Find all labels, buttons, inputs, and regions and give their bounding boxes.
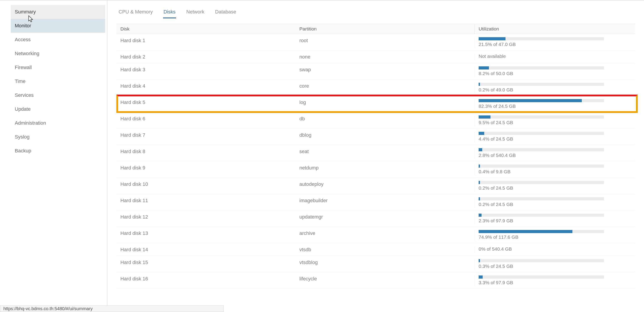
partition-name: none [295,54,474,61]
utilization-bar-fill [479,230,572,233]
sidebar-item-syslog[interactable]: Syslog [11,130,105,144]
column-header-partition[interactable]: Partition [295,24,474,34]
utilization-cell: 9.5% of 24.5 GB [474,115,635,126]
table-row[interactable]: Hard disk 1root21.5% of 47.0 GB [116,34,635,50]
utilization-cell: Not available [474,54,635,60]
utilization-bar [479,275,604,279]
table-row[interactable]: Hard disk 8seat2.8% of 540.4 GB [116,145,635,161]
table-row[interactable]: Hard disk 9netdump0.4% of 9.8 GB [116,161,635,178]
disk-name: Hard disk 8 [116,148,295,155]
utilization-text: 21.5% of 47.0 GB [479,42,631,47]
sidebar-item-networking[interactable]: Networking [11,47,105,61]
disk-name: Hard disk 4 [116,83,295,90]
status-bar-url: https://bhq-vc.bdms.co.th:5480/#/ui/summ… [0,305,224,312]
utilization-bar-fill [479,37,506,40]
sidebar-item-time[interactable]: Time [11,74,105,88]
utilization-bar [479,148,604,151]
utilization-bar [479,181,604,184]
utilization-bar [479,37,604,40]
utilization-bar-fill [479,165,480,168]
utilization-text: 0.4% of 9.8 GB [479,169,631,174]
utilization-text: 8.2% of 50.0 GB [479,71,631,76]
table-row[interactable]: Hard disk 6db9.5% of 24.5 GB [116,112,635,129]
sidebar-item-administration[interactable]: Administration [11,116,105,130]
utilization-cell: 21.5% of 47.0 GB [474,37,635,48]
sidebar-item-monitor[interactable]: Monitor [11,19,105,33]
utilization-cell: 0.2% of 49.0 GB [474,83,635,93]
utilization-cell: 8.2% of 50.0 GB [474,66,635,77]
tab-network[interactable]: Network [186,8,205,18]
table-row[interactable]: Hard disk 10autodeploy0.2% of 24.5 GB [116,178,635,194]
utilization-bar [479,214,604,217]
utilization-bar-fill [479,99,582,102]
table-row[interactable]: Hard disk 15vtsdblog0.3% of 24.5 GB [116,256,635,272]
disk-name: Hard disk 6 [116,115,295,123]
sidebar: SummaryMonitorAccessNetworkingFirewallTi… [0,1,108,312]
utilization-bar [479,83,604,86]
sidebar-item-access[interactable]: Access [11,33,105,47]
table-row[interactable]: Hard disk 14vtsdb0% of 540.4 GB [116,243,635,256]
table-row[interactable]: Hard disk 5log82.3% of 24.5 GB [116,96,635,112]
column-header-disk[interactable]: Disk [116,24,295,34]
utilization-text: 3.3% of 97.9 GB [479,280,631,285]
utilization-bar-fill [479,115,490,119]
utilization-text: 0.2% of 49.0 GB [479,87,631,93]
utilization-cell: 0% of 540.4 GB [474,246,635,253]
disk-name: Hard disk 9 [116,165,295,172]
utilization-cell: 0.2% of 24.5 GB [474,197,635,208]
partition-name: archive [295,230,474,237]
tab-database[interactable]: Database [214,8,236,18]
utilization-bar-fill [479,181,480,184]
utilization-cell: 2.8% of 540.4 GB [474,148,635,159]
utilization-cell: 3.3% of 97.9 GB [474,275,635,286]
partition-name: seat [295,148,474,155]
disk-name: Hard disk 12 [116,214,295,221]
sidebar-item-update[interactable]: Update [11,102,105,116]
table-row[interactable]: Hard disk 16lifecycle3.3% of 97.9 GB [116,272,635,289]
partition-name: updatemgr [295,214,474,221]
utilization-bar [479,66,604,69]
disk-name: Hard disk 16 [116,275,295,283]
sidebar-item-services[interactable]: Services [11,88,105,102]
disk-name: Hard disk 1 [116,37,295,44]
partition-name: swap [295,66,474,74]
table-row[interactable]: Hard disk 13archive74.9% of 117.6 GB [116,227,635,243]
table-row[interactable]: Hard disk 11imagebuilder0.2% of 24.5 GB [116,194,635,211]
table-row[interactable]: Hard disk 7dblog4.4% of 24.5 GB [116,129,635,145]
table-row[interactable]: Hard disk 2noneNot available [116,50,635,63]
partition-name: core [295,83,474,90]
partition-name: root [295,37,474,44]
utilization-bar [479,99,604,102]
utilization-cell: 4.4% of 24.5 GB [474,132,635,142]
disk-name: Hard disk 15 [116,259,295,266]
utilization-text: 0.2% of 24.5 GB [479,202,631,207]
utilization-cell: 0.3% of 24.5 GB [474,259,635,270]
utilization-bar-fill [479,214,482,217]
utilization-bar [479,115,604,119]
utilization-text: 9.5% of 24.5 GB [479,120,631,125]
utilization-bar-fill [479,197,480,200]
utilization-bar [479,132,604,135]
utilization-text: 82.3% of 24.5 GB [479,104,631,109]
utilization-text: 4.4% of 24.5 GB [479,136,631,142]
table-header: Disk Partition Utilization [116,24,635,34]
partition-name: vtsdb [295,246,474,253]
disk-name: Hard disk 11 [116,197,295,204]
partition-name: autodeploy [295,181,474,188]
sidebar-item-summary[interactable]: Summary [11,5,105,19]
column-header-utilization[interactable]: Utilization [474,24,635,34]
disks-table: Disk Partition Utilization Hard disk 1ro… [116,24,635,289]
sidebar-item-firewall[interactable]: Firewall [11,61,105,74]
utilization-text: 74.9% of 117.6 GB [479,234,631,240]
utilization-cell: 82.3% of 24.5 GB [474,99,635,110]
sidebar-item-backup[interactable]: Backup [11,144,105,158]
table-row[interactable]: Hard disk 3swap8.2% of 50.0 GB [116,63,635,80]
utilization-text: 2.8% of 540.4 GB [479,153,631,158]
partition-name: vtsdblog [295,259,474,266]
tab-disks[interactable]: Disks [163,8,176,18]
disk-name: Hard disk 2 [116,54,295,61]
table-row[interactable]: Hard disk 12updatemgr2.3% of 97.9 GB [116,211,635,227]
tab-cpu-memory[interactable]: CPU & Memory [118,8,153,18]
table-row[interactable]: Hard disk 4core0.2% of 49.0 GB [116,80,635,96]
utilization-text: 0.3% of 24.5 GB [479,264,631,269]
